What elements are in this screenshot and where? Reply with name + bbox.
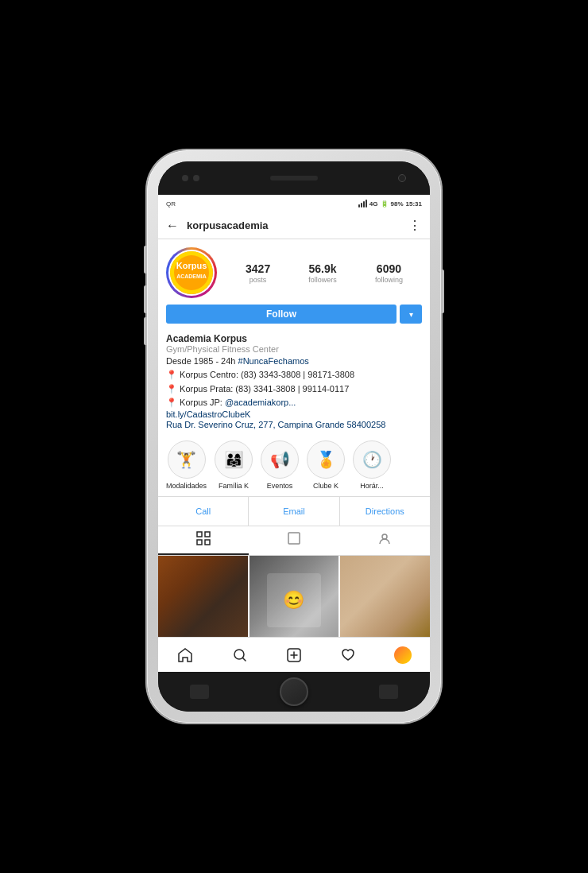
profile-username: korpusacademia (187, 219, 408, 231)
highlight-label-2: Eventos (267, 482, 293, 490)
follow-button[interactable]: Follow (166, 305, 397, 324)
phone-hardware-bar (158, 161, 430, 195)
dot-2 (193, 175, 199, 181)
more-options-button[interactable]: ⋮ (408, 218, 422, 233)
avatar-inner: Korpus ACADEMIA (168, 250, 215, 296)
likes-nav-item[interactable] (334, 641, 362, 669)
follow-button-row: Follow ▾ (166, 305, 422, 324)
profile-nav-item[interactable] (389, 641, 417, 669)
highlight-eventos[interactable]: 📢 Eventos (261, 440, 299, 490)
highlight-familia[interactable]: 👨‍👩‍👧 Família K (215, 440, 253, 490)
svg-text:ACADEMIA: ACADEMIA (176, 274, 207, 279)
follow-dropdown-button[interactable]: ▾ (400, 305, 422, 324)
highlight-clube[interactable]: 🏅 Clube K (307, 440, 345, 490)
app-screen: QR 4G 🔋 98% 15:31 (158, 195, 430, 672)
followers-stat[interactable]: 56.9k followers (308, 262, 337, 284)
time-display: 15:31 (406, 200, 422, 208)
phone-camera (398, 174, 406, 182)
profile-header: Korpus ACADEMIA 3427 (158, 239, 430, 330)
bio-line-2: 📍 Korpus Centro: (83) 3343-3808 | 98171-… (166, 369, 422, 381)
grid-icon (196, 531, 211, 549)
signal-icon (358, 200, 367, 208)
tab-tagged[interactable] (339, 526, 430, 555)
navigation-bar: ← korpusacademia ⋮ (158, 212, 430, 239)
call-button[interactable]: Call (158, 497, 249, 526)
svg-rect-4 (197, 532, 202, 537)
bottom-navigation (158, 637, 430, 672)
stats-row: 3427 posts 56.9k followers 6090 followin… (226, 262, 422, 284)
highlight-modalidades[interactable]: 🏋️ Modalidades (166, 440, 207, 490)
svg-rect-6 (197, 540, 202, 545)
highlights-row: 🏋️ Modalidades 👨‍👩‍👧 Família K 📢 Eventos… (158, 434, 430, 497)
posts-count: 3427 (246, 262, 270, 275)
igtv-icon (287, 531, 301, 549)
action-buttons-row: Call Email Directions (158, 497, 430, 526)
search-nav-item[interactable] (226, 641, 254, 669)
content-tab-bar (158, 526, 430, 556)
svg-text:Korpus: Korpus (176, 261, 207, 270)
highlight-label-0: Modalidades (166, 482, 207, 490)
directions-button[interactable]: Directions (340, 497, 430, 526)
home-nav-item[interactable] (171, 641, 199, 669)
tab-grid[interactable] (158, 526, 249, 555)
bio-hashtag[interactable]: #NuncaFechamos (238, 356, 309, 366)
photo-grid: 😊 (158, 556, 430, 637)
posts-label: posts (250, 276, 267, 284)
tab-igtv[interactable] (249, 526, 339, 555)
avatar: Korpus ACADEMIA (170, 251, 213, 294)
tagged-icon (377, 531, 392, 549)
svg-point-9 (382, 534, 387, 539)
svg-rect-8 (288, 533, 300, 544)
bio-line-4: 📍 Korpus JP: @academiakorp... (166, 397, 422, 409)
phone-home-area (158, 672, 430, 712)
bio-address[interactable]: Rua Dr. Severino Cruz, 277, Campina Gran… (166, 420, 422, 429)
phone-screen: QR 4G 🔋 98% 15:31 (158, 161, 430, 712)
profile-nav-avatar (394, 646, 412, 664)
svg-rect-5 (205, 532, 210, 537)
back-button[interactable]: ← (166, 219, 179, 233)
bio-mention-link[interactable]: @academiakorp... (225, 398, 296, 407)
avatar-story-ring: Korpus ACADEMIA (166, 247, 217, 298)
bio-url-link[interactable]: bit.ly/CadastroClubeK (166, 409, 422, 419)
grid-photo-2[interactable]: 😊 (250, 556, 339, 637)
followers-label: followers (308, 276, 337, 284)
highlight-circle-1: 👨‍👩‍👧 (215, 440, 253, 479)
following-stat[interactable]: 6090 following (375, 262, 403, 284)
followers-count: 56.9k (309, 262, 337, 275)
profile-category: Gym/Physical Fitness Center (166, 344, 422, 354)
profile-top-row: Korpus ACADEMIA 3427 (166, 247, 422, 298)
email-button[interactable]: Email (249, 497, 339, 526)
battery-icon: 🔋 (381, 200, 389, 208)
phone-device: QR 4G 🔋 98% 15:31 (147, 150, 441, 723)
network-type: 4G (369, 200, 378, 208)
back-hardware-button[interactable] (190, 685, 209, 699)
status-bar: QR 4G 🔋 98% 15:31 (158, 195, 430, 212)
highlight-horar[interactable]: 🕐 Horár... (353, 440, 391, 490)
recent-hardware-button[interactable] (379, 685, 398, 699)
add-nav-item[interactable] (280, 641, 308, 669)
avatar-container[interactable]: Korpus ACADEMIA (166, 247, 217, 298)
svg-rect-7 (205, 540, 210, 545)
highlight-circle-0: 🏋️ (168, 440, 206, 479)
profile-display-name: Academia Korpus (166, 333, 422, 344)
highlight-label-4: Horár... (360, 482, 384, 490)
highlight-circle-3: 🏅 (307, 440, 345, 479)
grid-photo-3[interactable] (340, 556, 430, 637)
posts-stat[interactable]: 3427 posts (246, 262, 270, 284)
status-left-icons: QR (166, 200, 176, 208)
battery-level: 98% (391, 200, 404, 208)
dot-1 (182, 175, 188, 181)
profile-content: Korpus ACADEMIA 3427 (158, 239, 430, 637)
phone-speaker (270, 176, 318, 180)
bio-section: Academia Korpus Gym/Physical Fitness Cen… (158, 330, 430, 434)
following-count: 6090 (377, 262, 401, 275)
highlight-label-1: Família K (219, 482, 249, 490)
status-right-info: 4G 🔋 98% 15:31 (358, 200, 422, 208)
phone-dots (182, 175, 199, 181)
bio-line-1: Desde 1985 - 24h #NuncaFechamos (166, 355, 422, 367)
qr-icon: QR (166, 200, 176, 208)
home-hardware-button[interactable] (280, 677, 308, 706)
following-label: following (375, 276, 403, 284)
highlight-circle-2: 📢 (261, 440, 299, 479)
grid-photo-1[interactable] (158, 556, 248, 637)
